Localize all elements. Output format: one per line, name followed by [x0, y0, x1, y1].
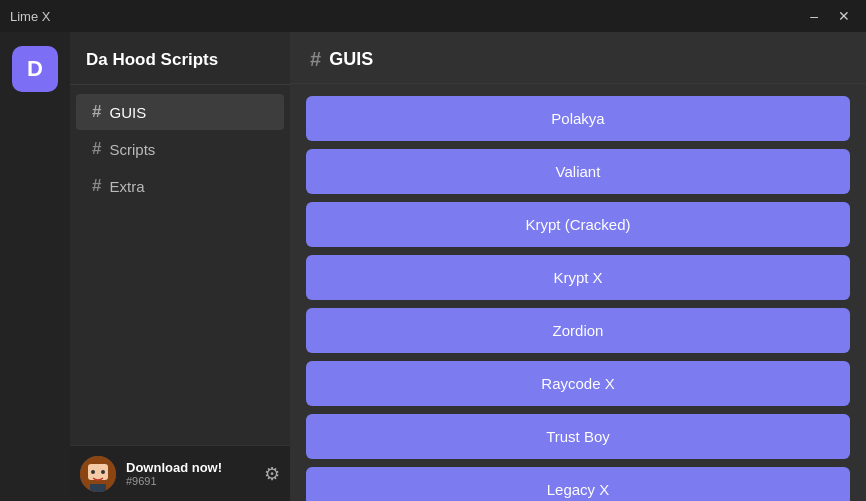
- channel-sidebar: Da Hood Scripts #GUIS#Scripts#Extra Down…: [70, 32, 290, 501]
- header-hash-icon: #: [310, 48, 321, 71]
- script-button-5[interactable]: Raycode X: [306, 361, 850, 406]
- sidebar-title: Da Hood Scripts: [70, 32, 290, 85]
- app-title: Lime X: [10, 9, 50, 24]
- channel-label: Scripts: [109, 141, 155, 158]
- channel-hash-icon: #: [92, 139, 101, 159]
- script-button-1[interactable]: Valiant: [306, 149, 850, 194]
- script-list: PolakyaValiantKrypt (Cracked)Krypt XZord…: [290, 84, 866, 501]
- script-button-0[interactable]: Polakya: [306, 96, 850, 141]
- user-id: #9691: [126, 475, 254, 487]
- channel-list: #GUIS#Scripts#Extra: [70, 85, 290, 445]
- script-button-7[interactable]: Legacy X: [306, 467, 850, 501]
- script-button-3[interactable]: Krypt X: [306, 255, 850, 300]
- content-title: GUIS: [329, 49, 373, 70]
- channel-hash-icon: #: [92, 176, 101, 196]
- script-button-4[interactable]: Zordion: [306, 308, 850, 353]
- channel-label: GUIS: [109, 104, 146, 121]
- content-header: # GUIS: [290, 32, 866, 84]
- channel-item-scripts[interactable]: #Scripts: [76, 131, 284, 167]
- channel-hash-icon: #: [92, 102, 101, 122]
- settings-button[interactable]: ⚙: [264, 463, 280, 485]
- user-info: Download now! #9691: [126, 460, 254, 487]
- user-bar: Download now! #9691 ⚙: [70, 445, 290, 501]
- close-button[interactable]: ✕: [832, 7, 856, 25]
- content-area: # GUIS PolakyaValiantKrypt (Cracked)Kryp…: [290, 32, 866, 501]
- svg-point-3: [91, 470, 95, 474]
- titlebar: Lime X – ✕: [0, 0, 866, 32]
- window-controls: – ✕: [804, 7, 856, 25]
- minimize-button[interactable]: –: [804, 7, 824, 25]
- script-button-6[interactable]: Trust Boy: [306, 414, 850, 459]
- svg-point-4: [101, 470, 105, 474]
- script-button-2[interactable]: Krypt (Cracked): [306, 202, 850, 247]
- channel-item-extra[interactable]: #Extra: [76, 168, 284, 204]
- user-avatar: [80, 456, 116, 492]
- avatar-image: [80, 456, 116, 492]
- svg-rect-2: [90, 484, 106, 492]
- channel-item-guis[interactable]: #GUIS: [76, 94, 284, 130]
- server-avatar[interactable]: D: [12, 46, 58, 92]
- main-layout: D Da Hood Scripts #GUIS#Scripts#Extra Do…: [0, 32, 866, 501]
- icon-sidebar: D: [0, 32, 70, 501]
- user-name: Download now!: [126, 460, 254, 475]
- channel-label: Extra: [109, 178, 144, 195]
